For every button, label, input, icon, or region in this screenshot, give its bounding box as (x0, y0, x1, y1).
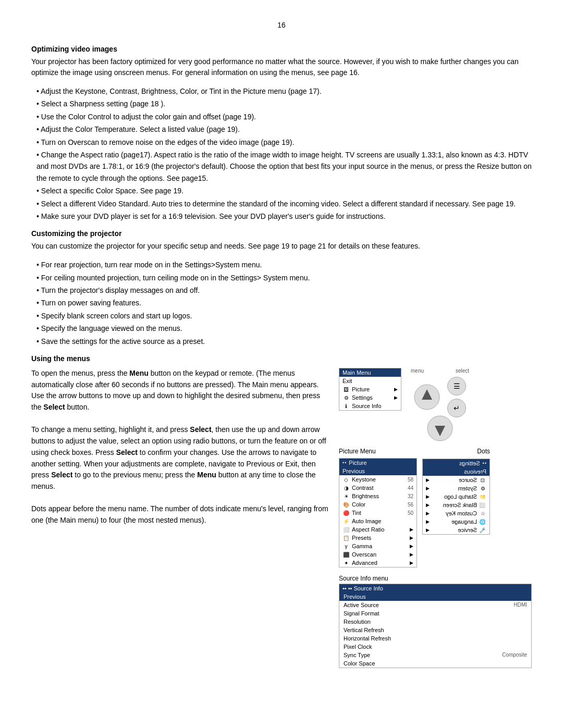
source-info-dots: •• (342, 585, 347, 591)
system-label: System (432, 485, 477, 491)
section-title-using-menus: Using the menus (31, 354, 532, 363)
source-info-item-activesource: Active Source HDMI (339, 601, 531, 609)
colorspace-label: Color Space (344, 660, 375, 667)
bullet-item: • Adjust the Color Temperature. Select a… (36, 124, 532, 135)
settings-menu-item-previous: Previous (423, 467, 489, 476)
picture-menu-item-brightness: ☀ Brightness 32 (339, 492, 417, 500)
bullet-item: • Specify the language viewed on the men… (36, 323, 532, 334)
nav-top-labels: menu select (409, 368, 471, 374)
gamma-arrow-icon: ▶ (410, 544, 413, 549)
menu-select-buttons: ☰ ↵ (447, 377, 466, 417)
source-arrow-icon: ◀ (426, 477, 430, 483)
section-optimizing: Optimizing video images Your projector h… (31, 45, 532, 222)
gamma-icon: γ (342, 544, 350, 549)
picture-menu-item-advanced: ✦ Advanced ▶ (339, 559, 417, 567)
using-menus-text: To open the menus, press the Menu button… (31, 368, 328, 668)
section-body-customizing: You can customize the projector for your… (31, 241, 532, 252)
down-nav-button[interactable] (427, 415, 453, 441)
source-info-item-colorspace: Color Space (339, 659, 531, 668)
bullet-item: • Make sure your DVD player is set for a… (36, 211, 532, 222)
source-info-menu-osd: •• •• Source Info Previous Active Source… (339, 584, 532, 668)
bullet-item: • Select a different Video Standard. Aut… (36, 198, 532, 209)
picture-menu-item-keystone: ◇ Keystone 58 (339, 475, 417, 484)
picture-menu-osd: •• Picture Previous ◇ Keystone 58 ◑ (339, 458, 417, 567)
source-info-title: •• Source Info (348, 585, 383, 591)
section-using-menus: Using the menus To open the menus, press… (31, 354, 532, 668)
keystone-value: 58 (408, 477, 413, 483)
bullet-item: • Specify blank screen colors and start … (36, 310, 532, 322)
picture-settings-row: Picture Menu •• Picture Previous ◇ Keyst… (339, 448, 532, 567)
picture-menu-item-contrast: ◑ Contrast 44 (339, 484, 417, 492)
settings-menu-item-system: ⚙ System ◀ (423, 484, 489, 492)
main-menu-item-settings-label: Settings (352, 394, 392, 401)
presets-arrow-icon: ▶ (410, 535, 413, 540)
bullet-item: • Use the Color Control to adjust the co… (36, 111, 532, 122)
settings-previous-label: Previous (426, 468, 486, 475)
up-nav-button[interactable] (414, 384, 440, 410)
source-info-header: •• •• Source Info (339, 584, 531, 593)
gamma-label: Gamma (352, 543, 408, 549)
para-2: To change a menu setting, highlight it, … (31, 424, 328, 492)
contrast-value: 44 (408, 485, 413, 491)
main-menu-item-exit: Exit (339, 377, 401, 385)
blankscreen-icon: ⬜ (479, 502, 486, 508)
customkey-arrow-icon: ◀ (426, 511, 430, 516)
signalformat-label: Signal Format (344, 610, 379, 616)
picture-menu-item-tint: 🔴 Tint 50 (339, 509, 417, 517)
main-menu-header: Main Menu (339, 368, 401, 377)
section-title-customizing: Customizing the projector (31, 229, 532, 238)
resolution-label: Resolution (344, 619, 371, 625)
nav-keypad-area: menu select ☰ (409, 368, 471, 441)
picture-menu-item-autoimage: ⚡ Auto Image (339, 517, 417, 525)
aspectratio-icon: ⬜ (342, 527, 350, 533)
activesource-label: Active Source (344, 602, 379, 608)
menu-label: menu (411, 368, 424, 374)
blankscreen-label: Blank Screen (432, 502, 477, 508)
menu-button[interactable]: ☰ (447, 377, 466, 396)
settings-menu-osd: •• Settings Previous ⊡ Source ◀ (422, 459, 490, 535)
source-info-area: Source Info menu •• •• Source Info Previ… (339, 575, 532, 668)
main-menu-item-settings: ⚙ Settings ▶ (339, 393, 401, 402)
source-info-item-horizrefresh: Horizontal Refresh (339, 634, 531, 643)
autoimage-label: Auto Image (352, 518, 413, 524)
main-menu-item-sourceinfo-label: Source Info (352, 403, 398, 409)
bullet-item: • Turn the projector's display messages … (36, 285, 532, 296)
tint-label: Tint (352, 510, 406, 516)
settings-menu-mirrored-wrapper: •• Settings Previous ⊡ Source ◀ (422, 459, 490, 535)
settings-menu-item-blankscreen: ⬜ Blank Screen ◀ (423, 501, 489, 509)
system-arrow-icon: ◀ (426, 486, 430, 491)
dots-caption: Dots (477, 448, 490, 455)
keystone-icon: ◇ (342, 477, 350, 483)
bullet-item: • Select a specific Color Space. See pag… (36, 185, 532, 196)
tint-icon: 🔴 (342, 510, 350, 516)
sourceinfo-icon: ℹ (342, 403, 350, 409)
select-button[interactable]: ↵ (447, 399, 466, 417)
startuplogo-icon: 📁 (479, 494, 486, 500)
startuplogo-label: Startup Logo (432, 493, 477, 500)
color-label: Color (352, 501, 406, 508)
picture-menu-item-aspectratio: ⬜ Aspect Ratio ▶ (339, 525, 417, 534)
settings-menu-title: Settings (459, 460, 480, 466)
picture-icon: 🖼 (342, 387, 350, 392)
two-col-layout: To open the menus, press the Menu button… (31, 368, 532, 668)
source-info-item-signalformat: Signal Format (339, 609, 531, 618)
language-arrow-icon: ◀ (426, 519, 430, 524)
pixelclock-label: Pixel Clock (344, 644, 372, 650)
bullet-item: • Change the Aspect ratio (page17). Aspe… (36, 149, 532, 184)
customkey-icon: ☆ (479, 511, 486, 516)
overscan-arrow-icon: ▶ (410, 552, 413, 557)
blankscreen-arrow-icon: ◀ (426, 502, 430, 508)
vertrefresh-label: Vertical Refresh (344, 627, 384, 633)
contrast-label: Contrast (352, 485, 406, 491)
picture-menu-header: •• Picture (339, 459, 417, 467)
source-info-item-pixelclock: Pixel Clock (339, 643, 531, 651)
bullet-list-optimizing: • Adjust the Keystone, Contrast, Brightn… (36, 85, 532, 222)
picture-menu-dots: •• (342, 460, 347, 465)
service-icon: 🔧 (479, 527, 486, 533)
startuplogo-arrow-icon: ◀ (426, 494, 430, 499)
bullet-item: • Select a Sharpness setting (page 18 ). (36, 98, 532, 109)
source-icon: ⊡ (479, 477, 486, 483)
source-info-item-vertrefresh: Vertical Refresh (339, 626, 531, 634)
autoimage-icon: ⚡ (342, 519, 350, 524)
main-menu-container: Main Menu Exit 🖼 Picture ▶ ⚙ Settings (339, 368, 401, 411)
